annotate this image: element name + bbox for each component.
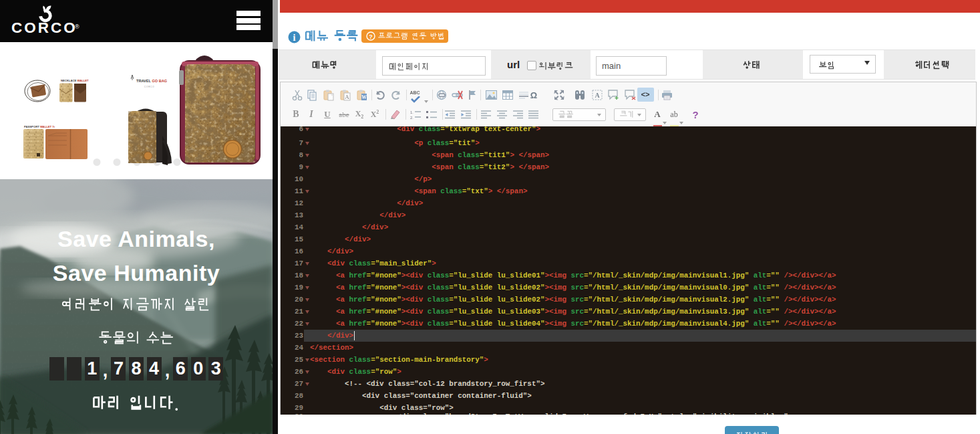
svg-text:NECKLACE WALLET: NECKLACE WALLET — [61, 79, 89, 82]
svg-text:PASSPORT WALLET 7r: PASSPORT WALLET 7r — [24, 125, 55, 128]
svg-text:A: A — [345, 94, 349, 100]
svg-text:W: W — [361, 94, 367, 100]
svg-text:?: ? — [369, 33, 373, 40]
svg-text:®: ® — [75, 23, 79, 30]
svg-text:TRAVEL GO BAG: TRAVEL GO BAG — [136, 79, 167, 83]
svg-text:1.: 1. — [410, 110, 414, 114]
svg-text:2.: 2. — [410, 116, 414, 120]
svg-text:A: A — [595, 92, 600, 99]
svg-text:i: i — [293, 33, 296, 43]
svg-text:CORCO: CORCO — [11, 19, 77, 35]
svg-text:C O R C O: C O R C O — [144, 86, 154, 88]
